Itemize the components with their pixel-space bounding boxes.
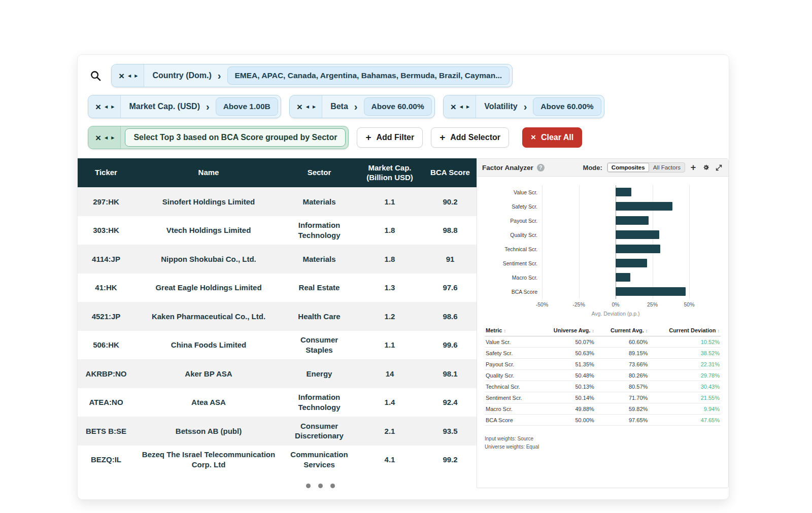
metrics-cell: Technical Scr. (485, 381, 537, 392)
selector-text[interactable]: Select Top 3 based on BCA Score grouped … (125, 128, 346, 147)
column-header[interactable]: Market Cap. (Billion USD) (356, 158, 424, 187)
filter-pill-beta: × ◀ ▶ Beta › Above 60.00% (289, 95, 435, 118)
sort-icon[interactable]: ↕ (592, 328, 594, 333)
filter-value[interactable]: EMEA, APAC, Canada, Argentina, Bahamas, … (227, 66, 510, 85)
table-row[interactable]: 4521:JPKaken Pharmaceutical Co., Ltd.Hea… (78, 302, 477, 331)
expand-icon[interactable] (714, 164, 723, 172)
metrics-column-header[interactable]: Metric↕ (485, 325, 537, 336)
metrics-cell: 80.57% (595, 381, 649, 392)
table-row[interactable]: AKRBP:NOAker BP ASAEnergy1498.1 (78, 359, 477, 388)
move-right-icon[interactable]: ▶ (134, 74, 138, 78)
filter-label[interactable]: Country (Dom.) (144, 71, 215, 80)
move-right-icon[interactable]: ▶ (111, 135, 114, 140)
sort-icon[interactable]: ↕ (503, 328, 506, 333)
footnote-input-weights: Input weights: Source (485, 435, 721, 443)
move-left-icon[interactable]: ◀ (105, 135, 108, 140)
table-cell: 4.1 (356, 446, 424, 474)
mode-composites[interactable]: Composites (607, 163, 649, 172)
metrics-cell: 10.52% (649, 336, 721, 348)
table-row[interactable]: 4114:JPNippon Shokubai Co., Ltd.Material… (78, 245, 477, 273)
metrics-row[interactable]: Quality Scr.50.48%80.26%29.78% (485, 370, 721, 381)
main-content: TickerNameSectorMarket Cap. (Billion USD… (78, 158, 729, 488)
chart-gridline (579, 185, 580, 299)
metrics-cell: BCA Score (485, 415, 537, 426)
metrics-table-body: Value Scr.50.07%60.60%10.52%Safety Scr.5… (485, 336, 721, 426)
filter-label[interactable]: Market Cap. (USD) (121, 102, 204, 111)
table-cell: 14 (356, 359, 424, 388)
metrics-row[interactable]: Safety Scr.50.63%89.15%38.52% (485, 348, 721, 359)
table-row[interactable]: BETS B:SEBetsson AB (publ)Consumer Discr… (78, 417, 477, 446)
metrics-cell: 89.15% (595, 348, 649, 359)
metrics-row[interactable]: Value Scr.50.07%60.60%10.52% (485, 336, 721, 348)
remove-filter-icon[interactable]: × (95, 102, 101, 112)
metrics-row[interactable]: Technical Scr.50.13%80.57%30.43% (485, 381, 721, 392)
filter-label[interactable]: Volatility (476, 102, 522, 111)
metrics-cell: 50.63% (537, 348, 595, 359)
clear-all-button[interactable]: × Clear All (522, 127, 582, 148)
move-right-icon[interactable]: ▶ (466, 105, 469, 109)
metrics-row[interactable]: Sentiment Scr.50.14%71.70%21.55% (485, 392, 721, 403)
pagination (78, 484, 477, 488)
table-row[interactable]: 506:HKChina Foods LimitedConsumer Staple… (78, 331, 477, 360)
add-panel-icon[interactable]: + (689, 162, 698, 173)
table-cell: Materials (283, 187, 356, 216)
add-filter-button[interactable]: + Add Filter (357, 127, 423, 148)
metrics-cell: 30.43% (649, 381, 721, 392)
metrics-column-header[interactable]: Universe Avg.↕ (537, 325, 595, 336)
table-cell: Kaken Pharmaceutical Co., Ltd. (134, 302, 283, 331)
metrics-row[interactable]: BCA Score50.00%97.65%47.65% (485, 415, 721, 426)
chart-bar (616, 259, 647, 267)
mode-all-factors[interactable]: All Factors (649, 163, 685, 172)
remove-filter-icon[interactable]: × (451, 102, 456, 112)
move-left-icon[interactable]: ◀ (105, 105, 108, 109)
metrics-cell: 73.66% (595, 359, 649, 370)
metrics-row[interactable]: Macro Scr.49.88%59.82%9.94% (485, 403, 721, 415)
move-left-icon[interactable]: ◀ (306, 105, 309, 109)
table-row[interactable]: ATEA:NOAtea ASAInformation Technology1.4… (78, 388, 477, 417)
sort-icon[interactable]: ↕ (718, 328, 720, 333)
filter-value[interactable]: Above 60.00% (364, 97, 432, 116)
gear-icon[interactable] (701, 163, 710, 172)
chart-labels: Value Scr.Safety Scr.Payout Scr.Quality … (477, 185, 542, 299)
pagination-dot[interactable] (330, 484, 335, 488)
table-row[interactable]: 297:HKSinofert Holdings LimitedMaterials… (78, 187, 477, 216)
column-header[interactable]: BCA Score (424, 158, 477, 187)
table-row[interactable]: 41:HKGreat Eagle Holdings LimitedReal Es… (78, 273, 477, 302)
column-header[interactable]: Name (134, 158, 283, 187)
chart-bar (616, 273, 630, 282)
pagination-dot[interactable] (306, 484, 311, 488)
move-right-icon[interactable]: ▶ (313, 105, 316, 109)
chart-category-label: Technical Scr. (477, 242, 542, 256)
column-header[interactable]: Ticker (78, 158, 134, 187)
metrics-header-row: Metric↕Universe Avg.↕Current Avg.↕Curren… (485, 325, 721, 336)
table-row[interactable]: BEZQ:ILBezeq The Israel Telecommunicatio… (78, 446, 477, 474)
move-right-icon[interactable]: ▶ (111, 105, 114, 109)
pagination-dot[interactable] (318, 484, 323, 488)
metrics-column-header[interactable]: Current Avg.↕ (595, 325, 649, 336)
filter-label[interactable]: Beta (322, 102, 352, 111)
metrics-cell: 38.52% (649, 348, 721, 359)
chart-bar (616, 245, 660, 253)
metrics-column-header[interactable]: Current Deviation↕ (649, 325, 721, 336)
remove-filter-icon[interactable]: × (119, 71, 124, 81)
filter-value[interactable]: Above 1.00B (216, 97, 278, 116)
pill-controls: × ◀ ▶ (88, 126, 121, 149)
column-header[interactable]: Sector (283, 158, 356, 187)
metrics-cell: 49.88% (537, 403, 595, 415)
selector-pill: × ◀ ▶ Select Top 3 based on BCA Score gr… (88, 126, 349, 149)
sort-icon[interactable]: ↕ (646, 328, 648, 333)
filter-value[interactable]: Above 60.00% (533, 97, 601, 116)
metrics-row[interactable]: Payout Scr.51.35%73.66%22.31% (485, 359, 721, 370)
move-left-icon[interactable]: ◀ (128, 74, 131, 78)
remove-filter-icon[interactable]: × (297, 102, 302, 112)
table-cell: Nippon Shokubai Co., Ltd. (134, 245, 283, 273)
move-left-icon[interactable]: ◀ (460, 105, 463, 109)
remove-selector-icon[interactable]: × (95, 133, 101, 143)
search-button[interactable] (88, 65, 103, 86)
table-cell: ATEA:NO (78, 388, 134, 417)
table-row[interactable]: 303:HKVtech Holdings LimitedInformation … (78, 216, 477, 245)
metrics-cell: Sentiment Scr. (485, 392, 537, 403)
info-icon[interactable]: ? (537, 164, 545, 172)
axis-tick-label: 50% (684, 301, 694, 307)
add-selector-button[interactable]: + Add Selector (431, 127, 509, 148)
